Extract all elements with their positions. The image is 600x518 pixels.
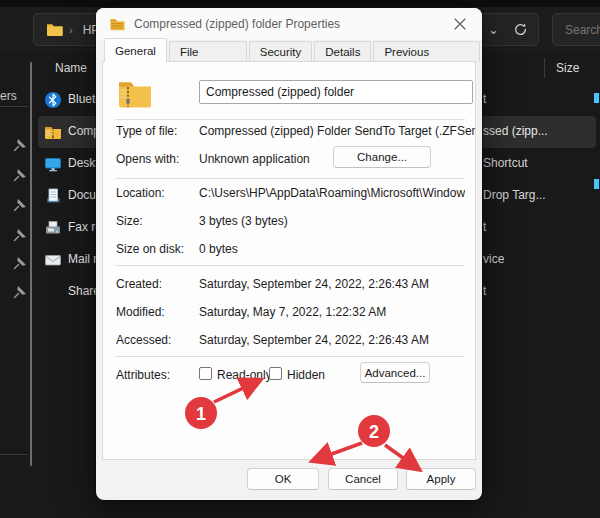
clipped-text-fragment	[594, 179, 599, 189]
sidebar-item-fragment[interactable]: ers	[0, 89, 17, 103]
dialog-title: Compressed (zipped) folder Properties	[134, 17, 340, 31]
hidden-checkbox[interactable]	[269, 367, 282, 380]
field-value: 0 bytes	[199, 242, 238, 256]
field-value: 3 bytes (3 bytes)	[199, 214, 288, 228]
dialog-titlebar[interactable]: Compressed (zipped) folder Properties	[96, 8, 482, 40]
sharex-icon	[44, 283, 62, 301]
field-value: Saturday, September 24, 2022, 2:26:43 AM	[199, 277, 429, 291]
pin-icon[interactable]	[13, 198, 27, 212]
pin-icon[interactable]	[13, 228, 27, 242]
search-input[interactable]	[553, 23, 600, 37]
general-tab-page: Type of file: Compressed (zipped) Folder…	[102, 61, 476, 460]
tab-security[interactable]: Security	[249, 41, 313, 62]
column-header-size[interactable]: Size	[556, 61, 579, 75]
breadcrumb-chevron-icon: ›	[63, 24, 79, 36]
pin-icon[interactable]	[13, 168, 27, 182]
tab-general[interactable]: General	[104, 38, 167, 62]
field-value: Unknown application	[199, 152, 310, 166]
tab-file-hashes[interactable]: File Hashes	[169, 41, 247, 62]
separator	[115, 119, 465, 120]
file-name-fragment: Drop Targ...	[483, 188, 545, 202]
attributes-label: Attributes:	[116, 368, 170, 382]
field-value: Compressed (zipped) Folder SendTo Target…	[199, 124, 475, 138]
file-name-input[interactable]	[199, 80, 473, 104]
read-only-label[interactable]: Read-only	[217, 368, 272, 382]
close-icon[interactable]	[444, 11, 476, 37]
properties-dialog: Compressed (zipped) folder Properties Ge…	[96, 8, 482, 500]
field-label: Location:	[116, 186, 165, 200]
read-only-checkbox[interactable]	[199, 367, 212, 380]
file-name-fragment: Shortcut	[483, 156, 528, 170]
sidebar-divider	[0, 454, 28, 455]
refresh-icon[interactable]	[513, 22, 528, 37]
address-dropdown-icon[interactable]: ⌄	[488, 22, 499, 37]
field-value: C:\Users\HP\AppData\Roaming\Microsoft\Wi…	[199, 186, 465, 200]
hidden-label[interactable]: Hidden	[287, 368, 325, 382]
field-label: Opens with:	[116, 152, 179, 166]
column-separator[interactable]	[544, 58, 545, 78]
file-name-fragment: t	[483, 92, 486, 106]
pin-icon[interactable]	[13, 138, 27, 152]
field-value: Saturday, May 7, 2022, 1:22:32 AM	[199, 305, 386, 319]
separator	[115, 265, 465, 266]
sidebar-scrollbar[interactable]	[30, 62, 32, 466]
change-button[interactable]: Change...	[333, 146, 431, 168]
field-value: Saturday, September 24, 2022, 2:26:43 AM	[199, 333, 429, 347]
file-name-fragment: vice	[483, 252, 504, 266]
tab-details[interactable]: Details	[314, 41, 371, 62]
zip-folder-icon	[117, 76, 153, 114]
pin-icon[interactable]	[13, 256, 27, 270]
field-label: Created:	[116, 277, 162, 291]
screenshot-root: › HP › A ⌄ Name Size ers Blueto	[0, 0, 600, 518]
zip-folder-icon	[44, 123, 62, 141]
field-label: Size:	[116, 214, 143, 228]
file-name-fragment: t	[483, 284, 486, 298]
tab-previous-versions[interactable]: Previous Versions	[373, 41, 480, 62]
column-header-name[interactable]: Name	[55, 61, 87, 75]
cancel-button[interactable]: Cancel	[328, 468, 398, 490]
fax-icon	[44, 219, 62, 237]
separator	[115, 178, 465, 179]
advanced-button[interactable]: Advanced...	[360, 362, 430, 383]
tab-strip: General File Hashes Security Details Pre…	[104, 38, 482, 62]
documents-icon	[44, 187, 62, 205]
pin-icon[interactable]	[13, 285, 27, 299]
separator	[115, 356, 465, 357]
ok-button[interactable]: OK	[247, 468, 319, 490]
bluetooth-icon	[44, 91, 62, 109]
file-name-fragment: ssed (zipp...	[483, 124, 548, 138]
folder-icon	[34, 22, 63, 37]
apply-button[interactable]: Apply	[406, 468, 476, 490]
field-label: Size on disk:	[116, 242, 184, 256]
clipped-text-fragment	[594, 93, 599, 103]
field-label: Accessed:	[116, 333, 171, 347]
window-top-edge	[0, 0, 600, 7]
mail-icon	[44, 251, 62, 269]
desktop-icon	[44, 155, 62, 173]
zip-folder-icon	[109, 16, 126, 36]
field-label: Modified:	[116, 305, 165, 319]
field-label: Type of file:	[116, 124, 177, 138]
sidebar-divider	[0, 106, 28, 107]
search-box[interactable]	[552, 13, 600, 46]
file-name-fragment: t	[483, 220, 486, 234]
